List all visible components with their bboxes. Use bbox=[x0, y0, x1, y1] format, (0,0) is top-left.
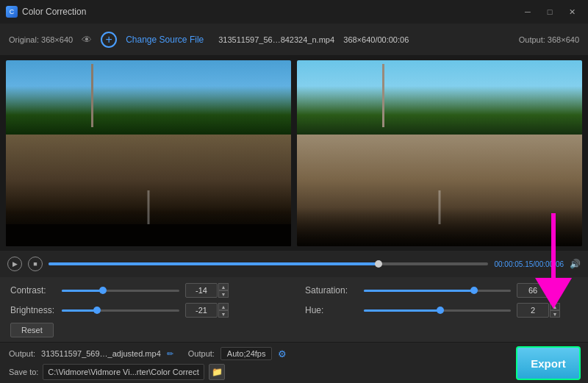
reset-row: Reset bbox=[10, 323, 578, 337]
brightness-thumb[interactable] bbox=[93, 307, 101, 314]
output-filename: 313511597_569…_adjusted.mp4 bbox=[41, 349, 161, 358]
road-left bbox=[6, 135, 291, 246]
contrast-down[interactable]: ▼ bbox=[218, 290, 229, 298]
progress-fill bbox=[49, 262, 379, 265]
maximize-button[interactable]: □ bbox=[539, 4, 560, 19]
close-button[interactable]: ✕ bbox=[562, 4, 582, 19]
brightness-fill bbox=[62, 309, 97, 312]
saturation-group: Saturation: 66 ▲ ▼ bbox=[305, 283, 578, 298]
file-name: 313511597_56…842324_n.mp4 bbox=[218, 35, 334, 44]
brightness-group: Brightness: -21 ▲ ▼ bbox=[10, 303, 283, 318]
controls-area: Contrast: -14 ▲ ▼ Saturation: 66 bbox=[0, 277, 588, 342]
sky-right bbox=[297, 60, 582, 135]
output-row: Output: 313511597_569…_adjusted.mp4 ✏ Ou… bbox=[9, 347, 579, 360]
brightness-up[interactable]: ▲ bbox=[218, 303, 229, 310]
file-dimensions: 368×640/00:00:06 bbox=[343, 35, 409, 44]
saturation-slider[interactable] bbox=[364, 290, 511, 292]
app-icon: C bbox=[6, 6, 18, 18]
saturation-up[interactable]: ▲ bbox=[550, 283, 560, 290]
time-display: 00:00:05.15/00:00:06 bbox=[494, 260, 564, 268]
original-preview bbox=[6, 60, 291, 246]
saturation-down[interactable]: ▼ bbox=[550, 290, 560, 298]
hue-group: Hue: 2 ▲ ▼ bbox=[305, 303, 578, 318]
brightness-down[interactable]: ▼ bbox=[218, 310, 229, 318]
brightness-hue-row: Brightness: -21 ▲ ▼ Hue: 2 bbox=[10, 303, 578, 318]
preview-area bbox=[0, 56, 588, 251]
folder-browse-button[interactable]: 📁 bbox=[209, 364, 225, 380]
output-format-value: Auto;24fps bbox=[220, 347, 273, 360]
contrast-label: Contrast: bbox=[10, 285, 62, 296]
output-resolution-label: Output: 368×640 bbox=[519, 35, 579, 44]
titlebar-title: Color Correction bbox=[22, 7, 86, 17]
road-right bbox=[297, 135, 582, 246]
play-button[interactable]: ▶ bbox=[7, 257, 22, 271]
contrast-group: Contrast: -14 ▲ ▼ bbox=[10, 283, 283, 298]
edit-icon[interactable]: ✏ bbox=[167, 349, 173, 359]
saturation-spinners: ▲ ▼ bbox=[550, 283, 560, 298]
volume-icon[interactable]: 🔊 bbox=[570, 259, 581, 269]
add-source-button[interactable]: + bbox=[101, 32, 117, 48]
gear-icon[interactable]: ⚙ bbox=[278, 348, 287, 359]
save-to-label: Save to: bbox=[9, 368, 38, 376]
contrast-value[interactable]: -14 bbox=[185, 283, 218, 298]
timeline-area: ▶ ■ 00:00:05.15/00:00:06 🔊 bbox=[0, 251, 588, 277]
contrast-up[interactable]: ▲ bbox=[218, 283, 229, 290]
save-path-input[interactable] bbox=[43, 364, 204, 380]
hue-spinners: ▲ ▼ bbox=[550, 303, 560, 318]
stop-button[interactable]: ■ bbox=[28, 257, 43, 271]
topbar: Original: 368×640 👁 + Change Source File… bbox=[0, 24, 588, 56]
bottom-bar: Output: 313511597_569…_adjusted.mp4 ✏ Ou… bbox=[0, 342, 588, 383]
eye-icon[interactable]: 👁 bbox=[82, 34, 92, 46]
contrast-fill bbox=[62, 290, 103, 292]
saturation-fill bbox=[364, 290, 474, 292]
brightness-spinners: ▲ ▼ bbox=[218, 303, 229, 318]
progress-track[interactable] bbox=[49, 262, 488, 265]
titlebar-controls: ─ □ ✕ bbox=[517, 4, 582, 19]
hue-up[interactable]: ▲ bbox=[550, 303, 560, 310]
contrast-saturation-row: Contrast: -14 ▲ ▼ Saturation: 66 bbox=[10, 283, 578, 298]
saturation-thumb[interactable] bbox=[470, 287, 478, 294]
sky-left bbox=[6, 60, 291, 135]
output-text-label: Output: bbox=[9, 349, 35, 358]
save-row: Save to: 📁 bbox=[9, 364, 579, 380]
hue-slider[interactable] bbox=[364, 309, 511, 312]
brightness-slider[interactable] bbox=[62, 309, 179, 312]
saturation-label: Saturation: bbox=[305, 285, 364, 296]
reset-button[interactable]: Reset bbox=[10, 323, 54, 337]
change-source-button[interactable]: Change Source File bbox=[126, 35, 204, 45]
brightness-value[interactable]: -21 bbox=[185, 303, 218, 318]
titlebar: C Color Correction ─ □ ✕ bbox=[0, 0, 588, 24]
hue-value[interactable]: 2 bbox=[517, 303, 549, 318]
hue-label: Hue: bbox=[305, 305, 364, 315]
contrast-thumb[interactable] bbox=[99, 287, 107, 294]
output-preview bbox=[297, 60, 582, 246]
hue-down[interactable]: ▼ bbox=[550, 310, 560, 318]
hue-fill bbox=[364, 309, 440, 312]
saturation-value[interactable]: 66 bbox=[517, 283, 549, 298]
export-button[interactable]: Export bbox=[516, 346, 581, 380]
minimize-button[interactable]: ─ bbox=[517, 4, 538, 19]
contrast-spinners: ▲ ▼ bbox=[218, 283, 229, 298]
brightness-label: Brightness: bbox=[10, 305, 62, 315]
contrast-slider[interactable] bbox=[62, 290, 179, 292]
original-resolution-label: Original: 368×640 bbox=[9, 35, 73, 44]
output-format-label: Output: bbox=[188, 349, 215, 358]
progress-thumb[interactable] bbox=[375, 260, 382, 268]
file-info-label: 313511597_56…842324_n.mp4 368×640/00:00:… bbox=[218, 35, 409, 44]
titlebar-left: C Color Correction bbox=[6, 6, 86, 18]
hue-thumb[interactable] bbox=[437, 307, 444, 314]
